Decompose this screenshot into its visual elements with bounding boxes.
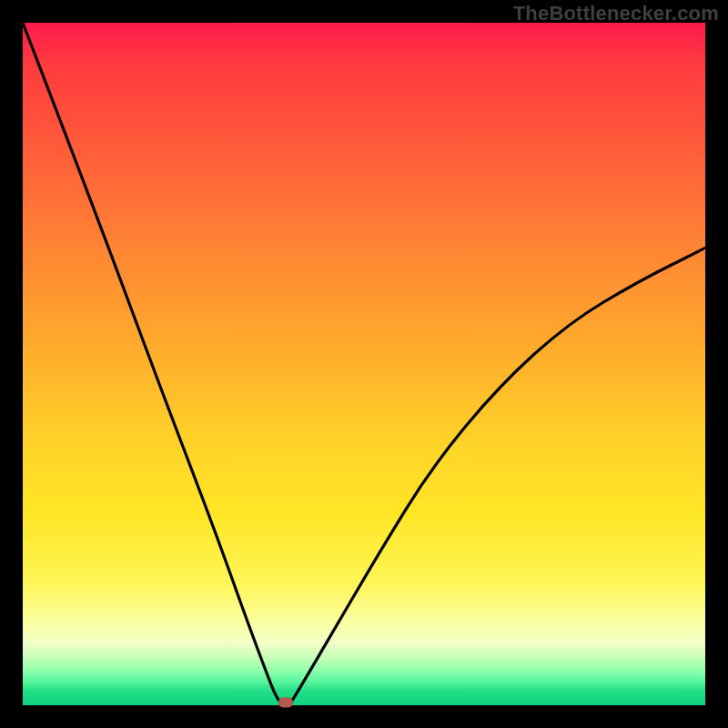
gradient-background [23, 23, 705, 705]
plot-area [23, 23, 705, 705]
optimal-point-marker [278, 698, 293, 708]
watermark-text: TheBottlenecker.com [513, 2, 719, 25]
chart-frame: TheBottlenecker.com [0, 0, 728, 728]
